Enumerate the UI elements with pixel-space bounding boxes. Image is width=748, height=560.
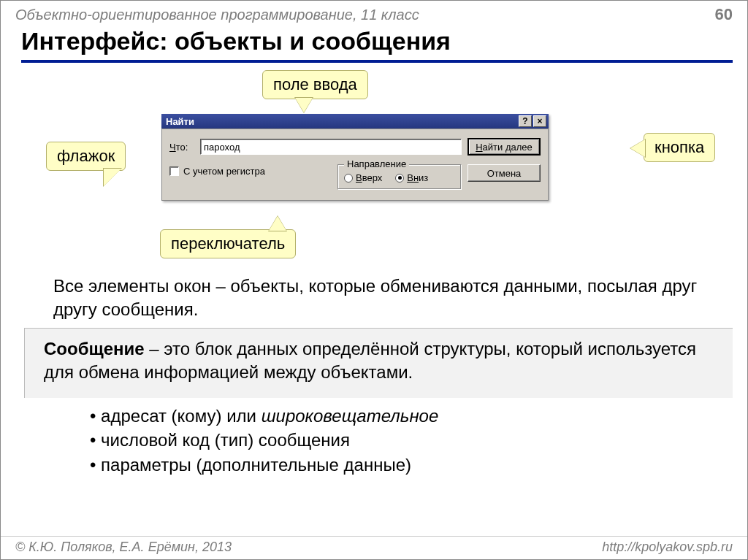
list-item: параметры (дополнительные данные) [90, 453, 733, 477]
case-checkbox[interactable]: С учетом регистра [169, 166, 265, 177]
find-next-button[interactable]: Найти далее [468, 138, 541, 156]
callout-radio: переключатель [160, 229, 296, 258]
dialog-titlebar[interactable]: Найти ? × [161, 114, 549, 129]
help-button[interactable]: ? [519, 115, 532, 127]
radio-down[interactable]: Вниз [395, 172, 428, 183]
search-input[interactable] [200, 139, 462, 155]
direction-group: Направление Вверх Вниз [337, 164, 462, 190]
radio-icon [344, 174, 353, 183]
list-item: адресат (кому) или широковещательное [90, 404, 733, 429]
course-title: Объектно-ориентированное программировани… [15, 7, 419, 23]
intro-paragraph: Все элементы окон – объекты, которые обм… [53, 275, 712, 322]
checkbox-icon [169, 166, 179, 176]
footer-url: http://kpolyakov.spb.ru [602, 537, 733, 555]
definition-box: Сообщение – это блок данных определённой… [24, 328, 733, 398]
callout-input: поле ввода [262, 70, 368, 99]
close-button[interactable]: × [533, 115, 546, 127]
dialog-title: Найти [166, 116, 194, 127]
list-item: числовой код (тип) сообщения [90, 428, 733, 453]
bullets-list: адресат (кому) или широковещательное чис… [90, 404, 733, 477]
find-dialog: Найти ? × Что: Найти далее С учетом реги… [161, 114, 549, 201]
radio-up[interactable]: Вверх [344, 172, 382, 183]
footer-copyright: © К.Ю. Поляков, Е.А. Ерёмин, 2013 [15, 537, 232, 555]
page-number: 60 [715, 5, 733, 24]
case-label: С учетом регистра [183, 166, 265, 177]
callout-button: кнопка [644, 133, 715, 162]
cancel-button[interactable]: Отмена [468, 164, 541, 182]
slide-title: Интерфейс: объекты и сообщения [21, 27, 733, 63]
what-label: Что: [169, 142, 194, 153]
callout-checkbox: флажок [46, 142, 126, 171]
radio-icon [395, 174, 404, 183]
direction-legend: Направление [344, 158, 409, 169]
definition-term: Сообщение [44, 339, 145, 358]
